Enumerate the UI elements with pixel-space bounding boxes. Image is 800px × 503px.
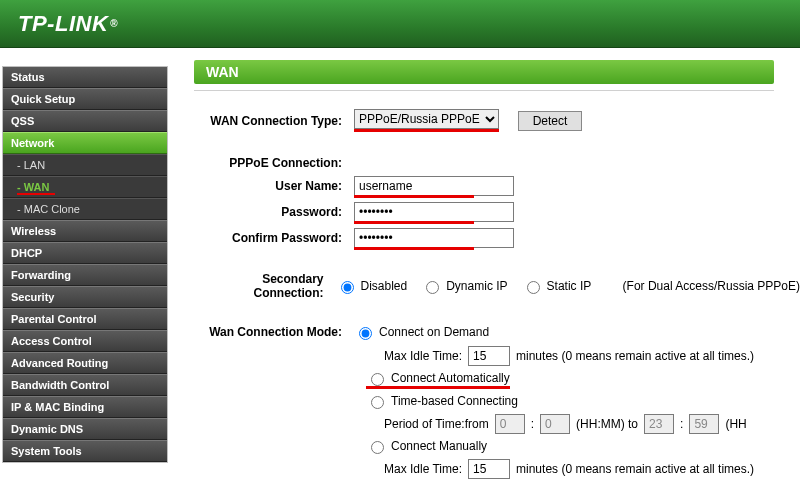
main: WAN WAN Connection Type: PPPoE/Russia PP… <box>170 48 800 483</box>
nav-status[interactable]: Status <box>3 67 167 88</box>
mode-time-radio[interactable] <box>371 396 384 409</box>
mode-auto-row: Connect Automatically <box>194 370 800 389</box>
password-label: Password: <box>194 205 354 219</box>
row-username: User Name: <box>194 176 800 196</box>
header: TP-LINK® <box>0 0 800 48</box>
hhmm-sep: (HH:MM) to <box>576 417 638 431</box>
max-idle2-input[interactable] <box>468 459 510 479</box>
conn-type-content: PPPoE/Russia PPPoE Detect <box>354 109 582 132</box>
max-idle-label: Max Idle Time: <box>384 349 462 363</box>
mode-demand-sub: Max Idle Time: minutes (0 means remain a… <box>194 346 800 366</box>
layout: Status Quick Setup QSS Network - LAN - W… <box>0 48 800 483</box>
secondary-disabled-radio[interactable] <box>341 281 354 294</box>
secondary-disabled-label: Disabled <box>361 279 408 293</box>
mode-label: Wan Connection Mode: <box>194 325 354 339</box>
max-idle2-label: Max Idle Time: <box>384 462 462 476</box>
username-input[interactable] <box>354 176 514 196</box>
nav-parental[interactable]: Parental Control <box>3 308 167 330</box>
nav-wan-label: - WAN <box>17 181 49 193</box>
content: WAN Connection Type: PPPoE/Russia PPPoE … <box>194 109 800 479</box>
password-input[interactable] <box>354 202 514 222</box>
mode-manual-radio[interactable] <box>371 441 384 454</box>
row-confirm: Confirm Password: <box>194 228 800 248</box>
nav-access[interactable]: Access Control <box>3 330 167 352</box>
mode-manual[interactable]: Connect Manually <box>366 438 487 454</box>
red-underline-icon <box>17 193 55 195</box>
row-conn-type: WAN Connection Type: PPPoE/Russia PPPoE … <box>194 109 800 132</box>
nav-wireless[interactable]: Wireless <box>3 220 167 242</box>
nav-quick-setup[interactable]: Quick Setup <box>3 88 167 110</box>
nav-ddns[interactable]: Dynamic DNS <box>3 418 167 440</box>
brand-logo: TP-LINK® <box>18 11 118 37</box>
mode-time-row: Time-based Connecting Period of Time:fro… <box>194 393 800 434</box>
conn-type-red-under: PPPoE/Russia PPPoE <box>354 109 499 132</box>
row-secondary: Secondary Connection: Disabled Dynamic I… <box>194 272 800 300</box>
page-title: WAN <box>194 60 774 84</box>
nav-bw-control[interactable]: Bandwidth Control <box>3 374 167 396</box>
period-mm1 <box>540 414 570 434</box>
confirm-red-under <box>354 228 514 248</box>
detect-button[interactable]: Detect <box>518 111 583 131</box>
mode-time[interactable]: Time-based Connecting <box>366 393 518 409</box>
confirm-input[interactable] <box>354 228 514 248</box>
confirm-label: Confirm Password: <box>194 231 354 245</box>
nav-ipmac[interactable]: IP & MAC Binding <box>3 396 167 418</box>
colon1: : <box>531 417 534 431</box>
nav-adv-routing[interactable]: Advanced Routing <box>3 352 167 374</box>
nav-systools[interactable]: System Tools <box>3 440 167 462</box>
hh-tail: (HH <box>725 417 746 431</box>
mode-demand-label: Connect on Demand <box>379 325 489 339</box>
secondary-dynip-label: Dynamic IP <box>446 279 507 293</box>
conn-type-label: WAN Connection Type: <box>194 114 354 128</box>
mode-demand-radio[interactable] <box>359 327 372 340</box>
mode-auto-radio[interactable] <box>371 373 384 386</box>
colon2: : <box>680 417 683 431</box>
reg-mark: ® <box>110 18 118 29</box>
secondary-staticip-label: Static IP <box>547 279 592 293</box>
nav: Status Quick Setup QSS Network - LAN - W… <box>2 66 168 463</box>
nav-lan[interactable]: - LAN <box>3 154 167 176</box>
period-label: Period of Time:from <box>384 417 489 431</box>
secondary-label: Secondary Connection: <box>194 272 336 300</box>
divider <box>194 90 774 91</box>
sidebar: Status Quick Setup QSS Network - LAN - W… <box>0 48 170 463</box>
username-red-under <box>354 176 514 196</box>
username-label: User Name: <box>194 179 354 193</box>
mode-manual-row: Connect Manually Max Idle Time: minutes … <box>194 438 800 479</box>
secondary-disabled[interactable]: Disabled <box>336 278 408 294</box>
max-idle-note: minutes (0 means remain active at all ti… <box>516 349 754 363</box>
conn-type-select[interactable]: PPPoE/Russia PPPoE <box>354 109 499 129</box>
nav-security[interactable]: Security <box>3 286 167 308</box>
row-mode: Wan Connection Mode: Connect on Demand <box>194 324 800 340</box>
mode-time-label: Time-based Connecting <box>391 394 518 408</box>
nav-dhcp[interactable]: DHCP <box>3 242 167 264</box>
password-red-under <box>354 202 514 222</box>
mode-manual-label: Connect Manually <box>391 439 487 453</box>
nav-qss[interactable]: QSS <box>3 110 167 132</box>
secondary-dynip[interactable]: Dynamic IP <box>421 278 507 294</box>
mode-auto[interactable]: Connect Automatically <box>366 370 510 386</box>
period-hh1 <box>495 414 525 434</box>
period-mm2 <box>689 414 719 434</box>
row-password: Password: <box>194 202 800 222</box>
row-pppoe-section: PPPoE Connection: <box>194 156 800 170</box>
nav-network[interactable]: Network <box>3 132 167 154</box>
brand-text: TP-LINK <box>18 11 108 37</box>
mode-auto-label: Connect Automatically <box>391 371 510 385</box>
dual-note: (For Dual Access/Russia PPPoE) <box>623 279 800 293</box>
max-idle2-note: minutes (0 means remain active at all ti… <box>516 462 754 476</box>
mode-demand[interactable]: Connect on Demand <box>354 324 489 340</box>
pppoe-section-label: PPPoE Connection: <box>194 156 354 170</box>
secondary-staticip[interactable]: Static IP <box>522 278 592 294</box>
secondary-staticip-radio[interactable] <box>527 281 540 294</box>
period-hh2 <box>644 414 674 434</box>
max-idle-input[interactable] <box>468 346 510 366</box>
nav-forwarding[interactable]: Forwarding <box>3 264 167 286</box>
secondary-dynip-radio[interactable] <box>426 281 439 294</box>
nav-wan[interactable]: - WAN <box>3 176 167 198</box>
nav-mac-clone[interactable]: - MAC Clone <box>3 198 167 220</box>
